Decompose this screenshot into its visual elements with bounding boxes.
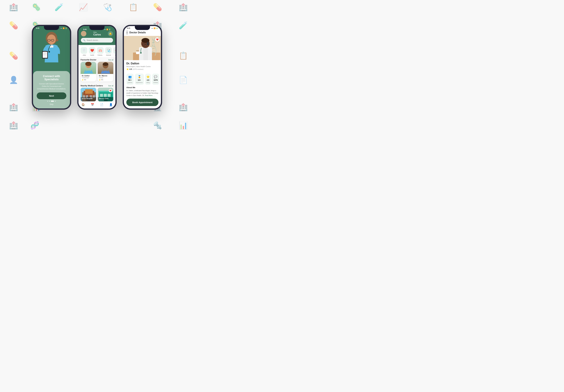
status-time-1: 9:41 xyxy=(36,27,39,29)
hospital-warren-type: Physician xyxy=(99,99,112,101)
category-dentistry[interactable]: 🦷 ...tistry xyxy=(81,47,87,56)
doctor-detail-info: Dr. Dalton Neurologist | Sans Health Cen… xyxy=(124,60,161,72)
skip-button[interactable]: Skip xyxy=(50,103,53,105)
svg-rect-25 xyxy=(85,89,93,94)
greeting-name: Carlos xyxy=(93,33,101,36)
doctor-info-warren: Dr. Warren Dentist ⭐ 4.5 xyxy=(98,74,113,82)
dot-1 xyxy=(47,101,48,102)
status-time-3: 9:41 xyxy=(127,27,130,29)
category-neuro[interactable]: 🧠 Ne... xyxy=(113,47,115,56)
doctor-card-esther[interactable]: Dr. Esther Cardiologist ⭐ 4.0 xyxy=(81,62,96,82)
doctors-row: Dr. Esther Cardiologist ⭐ 4.0 xyxy=(78,62,115,83)
general-label: General xyxy=(106,54,111,56)
nurse-image-area xyxy=(33,30,70,71)
experience-label: experience xyxy=(136,82,143,83)
book-appointment-button[interactable]: Book Appointment xyxy=(126,98,158,106)
patients-label: patients xyxy=(127,82,132,83)
notch-3 xyxy=(135,26,150,30)
reviews-value: 1076 xyxy=(154,79,158,81)
battery-icon-1: 🔋 xyxy=(65,28,67,29)
nearby-section-header: Nearby Medical Centers See all xyxy=(78,83,115,88)
bg-icon-27: 🔩 xyxy=(153,121,162,130)
progress-dots xyxy=(47,101,56,102)
hospital-acton[interactable]: Acton Hospital Dentist xyxy=(81,88,96,101)
doctor-rating-warren: ⭐ 4.5 xyxy=(99,79,112,81)
nav-home[interactable]: 🏠 xyxy=(78,103,88,106)
svg-rect-48 xyxy=(143,47,148,60)
patients-value: 5K+ xyxy=(128,79,132,81)
hospital-acton-label: Acton Hospital Dentist xyxy=(81,97,96,101)
see-all-nearby[interactable]: See all xyxy=(108,85,113,87)
search-placeholder: Search doctor... xyxy=(87,39,99,41)
search-bar[interactable]: 🔍 Search doctor... xyxy=(81,38,113,42)
bg-icon-28: 📊 xyxy=(179,121,188,130)
experience-icon: 🏅 xyxy=(138,75,141,78)
rating-value-warren: 4.5 xyxy=(101,79,103,81)
svg-point-19 xyxy=(85,62,91,66)
star-icon-esther: ⭐ xyxy=(82,79,84,81)
star-icon-warren: ⭐ xyxy=(99,79,100,81)
pulmo-icon-box: 🫁 xyxy=(97,47,104,54)
doctor-rating-esther: ⭐ 4.0 xyxy=(82,79,95,81)
see-all-favourite[interactable]: See all xyxy=(108,59,113,61)
phone-doctor-details: 9:41 ▪▪▪ 🛜 🔋 ‹ Doctor Details xyxy=(123,25,162,110)
category-cardio[interactable]: ❤️ Cardio xyxy=(89,47,96,56)
read-more-link[interactable]: Read More. . . xyxy=(145,95,155,96)
about-text: Dr. Dalton, a dedicated Neurologist, bri… xyxy=(126,89,158,97)
status-icons-2: ▪▪▪ 🛜 🔋 xyxy=(104,29,111,30)
rating-stat-label: rating xyxy=(146,82,150,83)
battery-icon-2: 🔋 xyxy=(109,29,111,30)
neuro-icon-box: 🧠 xyxy=(113,47,115,54)
rating-value-esther: 4.0 xyxy=(84,79,86,81)
favourite-section-header: Favourite Doctor See all xyxy=(78,57,115,62)
notification-button[interactable]: 🔔 xyxy=(108,31,113,36)
dot-2 xyxy=(49,101,50,102)
header-row: Hey, Carlos 🔔 xyxy=(81,31,113,36)
hospital-warren[interactable]: ❤️ Warren Clinic Physician xyxy=(98,88,113,101)
nav-documents[interactable]: 📄 xyxy=(97,103,106,106)
onboard-description: Connect with Specialized Doctors Online … xyxy=(37,83,66,90)
reviews-icon: 💬 xyxy=(154,75,157,78)
svg-rect-41 xyxy=(136,50,139,52)
cardio-icon-box: ❤️ xyxy=(89,47,96,54)
doctor-card-warren[interactable]: Dr. Warren Dentist ⭐ 4.5 xyxy=(98,62,113,82)
dot-3 xyxy=(51,101,54,102)
greeting-area: Hey, Carlos xyxy=(93,31,101,36)
stat-patients: 👥 5K+ patients xyxy=(126,74,134,85)
phone-home: 9:41 ▪▪▪ 🛜 🔋 Hey, xyxy=(77,25,117,110)
stat-reviews: 💬 1076 reviews xyxy=(152,74,159,85)
rating-stat-value: 4.9 xyxy=(147,79,149,81)
bg-icon-16: 📋 xyxy=(179,52,188,60)
doctor-detail-specialty: Neurologist | Sans Health Centre xyxy=(126,66,158,67)
wifi-icon-2: 🛜 xyxy=(106,29,108,30)
bg-icon-8: 🏥 xyxy=(179,3,188,12)
user-avatar xyxy=(81,31,86,36)
status-icons-1: ▪▪▪ 🛜 🔋 xyxy=(60,28,67,29)
bg-icon-20: 📄 xyxy=(179,76,188,84)
back-button[interactable]: ‹ xyxy=(126,31,128,34)
svg-rect-34 xyxy=(100,94,103,97)
next-button[interactable]: Next xyxy=(37,92,66,99)
doctor-specialty-warren: Dentist xyxy=(99,77,112,78)
bg-icon-9: 💊 xyxy=(9,21,18,30)
nav-calendar[interactable]: 📅 xyxy=(88,103,97,106)
bg-icon-3: 🧪 xyxy=(55,3,64,12)
neuro-label: Ne... xyxy=(115,54,115,56)
status-time-2: 9:41 xyxy=(83,28,87,30)
pulmo-label: Pulmon.. xyxy=(98,54,103,56)
experience-value: 10+ xyxy=(138,79,141,81)
onboard-title: Connect with Specialists xyxy=(37,75,66,81)
category-pulmonology[interactable]: 🫁 Pulmon.. xyxy=(97,47,104,56)
favourite-heart-icon[interactable]: ❤️ xyxy=(155,37,159,42)
doctor-name-esther: Dr. Esther xyxy=(82,75,95,77)
doctor-info-esther: Dr. Esther Cardiologist ⭐ 4.0 xyxy=(81,74,96,82)
category-general[interactable]: 🩺 General xyxy=(105,47,112,56)
phones-container: 9:41 ▪▪▪ 🛜 🔋 xyxy=(32,25,162,110)
doctor-hero-image: ❤️ xyxy=(124,36,161,60)
notch-2 xyxy=(89,26,105,30)
status-icons-3: ▪▪▪ 🛜 🔋 xyxy=(151,28,158,29)
nav-profile[interactable]: 👤 xyxy=(106,103,115,106)
bg-icon-13: 💊 xyxy=(9,52,18,60)
bg-icon-21: 🏥 xyxy=(9,103,18,112)
hospital-acton-type: Dentist xyxy=(82,99,95,101)
